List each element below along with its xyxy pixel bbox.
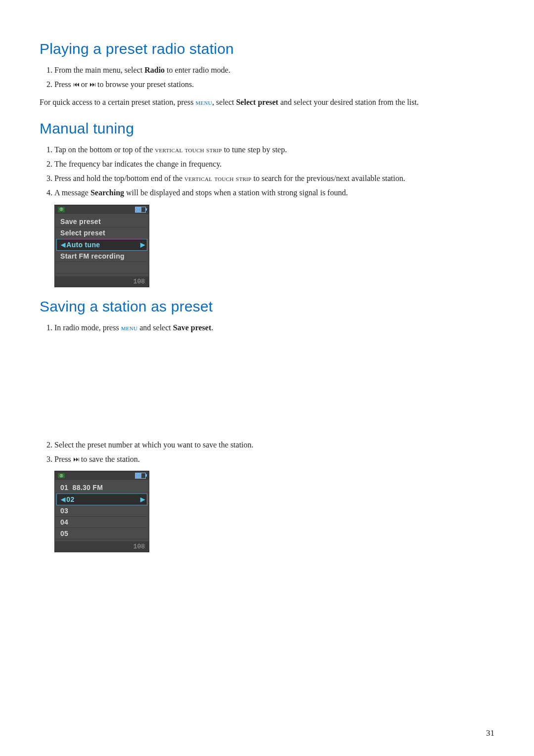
text: to browse your preset stations. — [95, 80, 194, 89]
device-screenshot-menu: ⦿ Save preset Select preset ◀ Auto tune … — [54, 205, 149, 287]
text: Press and hold the top/bottom end of the — [54, 174, 184, 182]
text: will be displayed and stops when a stati… — [124, 188, 348, 197]
saving-step-2: Select the preset number at which you wa… — [54, 438, 494, 451]
device-row: 01 88.30 FM — [56, 482, 147, 493]
status-icon: ⦿ — [58, 207, 65, 212]
device-row-label: Auto tune — [65, 241, 140, 249]
text: to save the station. — [79, 455, 140, 463]
device-row: 03 — [56, 505, 147, 517]
text: , select — [212, 98, 236, 106]
text: to enter radio mode. — [165, 66, 230, 74]
text: Press — [54, 455, 73, 463]
saving-steps-list-cont: Select the preset number at which you wa… — [40, 438, 494, 466]
heading-manual-tuning: Manual tuning — [40, 120, 494, 137]
device-footer-freq: 108 — [55, 541, 149, 552]
manual-step-3: Press and hold the top/bottom end of the… — [54, 172, 494, 185]
preset-num: 02 — [65, 495, 140, 503]
manual-step-2: The frequency bar indicates the change i… — [54, 157, 494, 171]
text: A message — [54, 188, 90, 197]
battery-icon — [135, 473, 146, 479]
device-row-selected: ◀ 02 ▶ — [56, 493, 147, 505]
prev-track-icon: ⏮ — [73, 81, 79, 88]
text-smallcaps: vertical touch strip — [184, 174, 251, 182]
device-status-bar: ⦿ — [55, 471, 149, 480]
menu-label: menu — [121, 323, 138, 332]
text: to tune step by step. — [222, 145, 287, 154]
text: In radio mode, press — [54, 323, 121, 332]
preset-num: 01 — [60, 484, 68, 491]
menu-label: menu — [195, 98, 212, 106]
saving-step-1: In radio mode, press menu and select Sav… — [54, 321, 494, 334]
chevron-left-icon: ◀ — [61, 496, 65, 503]
device-list: 01 88.30 FM ◀ 02 ▶ 03 04 05 — [55, 480, 149, 541]
device-row: 04 — [56, 517, 147, 528]
device-row: Select preset — [56, 227, 147, 239]
device-status-bar: ⦿ — [55, 205, 149, 214]
chevron-left-icon: ◀ — [61, 241, 65, 248]
device-footer-freq: 108 — [55, 276, 149, 287]
chevron-right-icon: ▶ — [140, 496, 145, 503]
playing-step-2: Press ⏮ or ⏭ to browse your preset stati… — [54, 78, 494, 91]
spacer — [40, 339, 494, 438]
text: or — [79, 80, 89, 89]
text-bold: Radio — [144, 66, 165, 74]
heading-playing-preset: Playing a preset radio station — [40, 41, 494, 57]
text-bold: Searching — [90, 188, 124, 197]
text: Tap on the bottom or top of the — [54, 145, 155, 154]
status-icon: ⦿ — [58, 473, 65, 478]
text: Press — [54, 80, 73, 89]
chevron-right-icon: ▶ — [140, 241, 145, 248]
text-smallcaps: vertical touch strip — [155, 145, 222, 154]
playing-step-1: From the main menu, select Radio to ente… — [54, 63, 494, 77]
text: . — [211, 323, 213, 332]
manual-step-4: A message Searching will be displayed an… — [54, 186, 494, 199]
next-track-icon: ⏭ — [73, 455, 79, 463]
playing-note: For quick access to a certain preset sta… — [40, 96, 494, 109]
text: and select your desired station from the… — [278, 98, 419, 106]
text: For quick access to a certain preset sta… — [40, 98, 195, 106]
heading-saving-preset: Saving a station as preset — [40, 298, 494, 315]
device-screenshot-presets: ⦿ 01 88.30 FM ◀ 02 ▶ 03 04 05 108 — [54, 471, 149, 552]
device-list: Save preset Select preset ◀ Auto tune ▶ … — [55, 214, 149, 276]
device-row-selected: ◀ Auto tune ▶ — [56, 239, 147, 251]
device-row: Start FM recording — [56, 251, 147, 262]
device-row: 05 — [56, 528, 147, 539]
device-row-empty — [56, 262, 147, 273]
manual-step-1: Tap on the bottom or top of the vertical… — [54, 143, 494, 156]
device-row: Save preset — [56, 216, 147, 227]
text: and select — [137, 323, 173, 332]
text-bold: Select preset — [236, 98, 278, 106]
saving-steps-list: In radio mode, press menu and select Sav… — [40, 321, 494, 334]
text: to search for the previous/next availabl… — [251, 174, 405, 182]
manual-steps-list: Tap on the bottom or top of the vertical… — [40, 143, 494, 200]
saving-step-3: Press ⏭ to save the station. — [54, 452, 494, 466]
battery-icon — [135, 207, 146, 213]
preset-freq: 88.30 FM — [73, 484, 103, 491]
page-number: 31 — [486, 728, 494, 738]
text: From the main menu, select — [54, 66, 144, 74]
next-track-icon: ⏭ — [89, 81, 95, 88]
playing-steps-list: From the main menu, select Radio to ente… — [40, 63, 494, 91]
text-bold: Save preset — [173, 323, 211, 332]
